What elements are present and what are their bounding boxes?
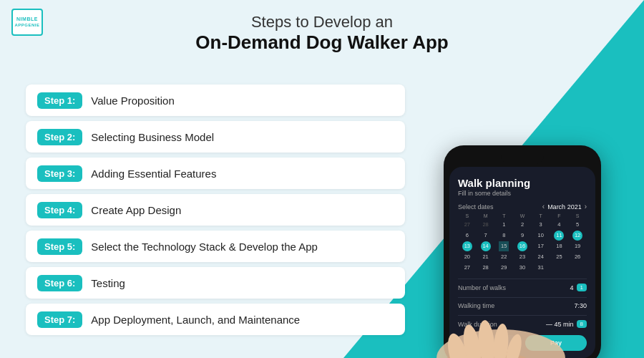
page-header: Steps to Develop an On-Demand Dog Walker… [0, 13, 644, 54]
step-item-6: Step 6:Testing [26, 267, 405, 299]
calendar-month: March 2021 [547, 203, 582, 211]
step-label-4: Create App Design [91, 204, 181, 216]
calendar-section-label: Select dates [458, 203, 494, 211]
step-label-5: Select the Technology Stack & Develop th… [91, 241, 318, 253]
phone-notch [501, 153, 544, 164]
step-item-1: Step 1:Value Proposition [26, 84, 405, 116]
step-badge-6: Step 6: [37, 275, 82, 291]
step-badge-7: Step 7: [37, 311, 82, 328]
step-badge-4: Step 4: [37, 202, 82, 218]
header-subtitle: Steps to Develop an [0, 13, 644, 32]
step-label-7: App Deployment, Launch, and Maintenance [91, 314, 300, 326]
walk-title: Walk planning [458, 177, 587, 189]
step-badge-2: Step 2: [37, 129, 82, 145]
cal-prev-arrow[interactable]: ‹ [542, 203, 545, 211]
walk-subtitle: Fill in some details [458, 190, 587, 197]
step-item-5: Step 5:Select the Technology Stack & Dev… [26, 231, 405, 262]
step-item-2: Step 2:Selecting Business Model [26, 121, 405, 153]
step-item-7: Step 7:App Deployment, Launch, and Maint… [26, 304, 405, 335]
step-label-6: Testing [91, 277, 125, 289]
step-label-1: Value Proposition [91, 95, 174, 107]
step-badge-3: Step 3: [37, 165, 82, 182]
step-item-3: Step 3:Adding Essential Features [26, 158, 405, 189]
step-badge-1: Step 1: [37, 92, 82, 109]
phone-mockup: Walk planning Fill in some details Selec… [444, 145, 601, 358]
step-label-3: Adding Essential Features [91, 168, 216, 180]
calendar-header: Select dates ‹ March 2021 › [458, 203, 587, 211]
step-item-4: Step 4:Create App Design [26, 194, 405, 226]
calendar-day-headers: S M T W T F S [458, 213, 587, 218]
cal-next-arrow[interactable]: › [585, 203, 587, 211]
step-badge-5: Step 5: [37, 238, 82, 255]
hand-illustration [415, 265, 587, 358]
steps-list: Step 1:Value PropositionStep 2:Selecting… [26, 84, 405, 335]
header-title: On-Demand Dog Walker App [0, 32, 644, 54]
step-label-2: Selecting Business Model [91, 131, 214, 143]
